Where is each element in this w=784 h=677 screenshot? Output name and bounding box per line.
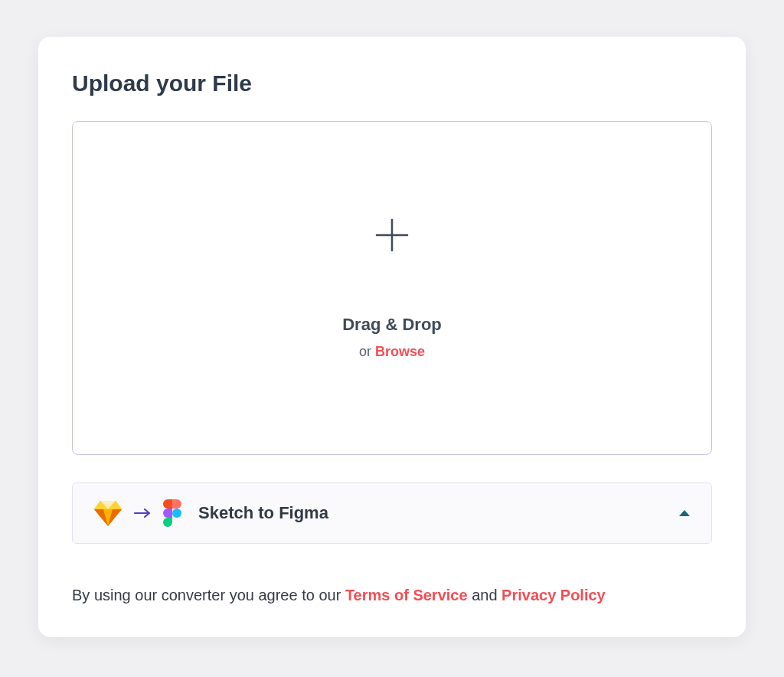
upload-card: Upload your File Drag & Drop or Browse <box>38 37 746 637</box>
plus-icon <box>374 217 410 253</box>
browse-link[interactable]: Browse <box>375 344 425 359</box>
agreement-prefix: By using our converter you agree to our <box>72 587 345 603</box>
svg-point-13 <box>172 509 181 518</box>
converter-selected-label: Sketch to Figma <box>198 503 328 523</box>
file-dropzone[interactable]: Drag & Drop or Browse <box>72 121 712 455</box>
converter-dropdown[interactable]: Sketch to Figma <box>72 482 712 544</box>
page-title: Upload your File <box>72 70 712 96</box>
agreement-middle: and <box>468 587 501 603</box>
privacy-policy-link[interactable]: Privacy Policy <box>501 587 606 603</box>
terms-of-service-link[interactable]: Terms of Service <box>345 587 468 603</box>
drag-drop-label: Drag & Drop <box>342 315 442 335</box>
dropdown-left: Sketch to Figma <box>94 499 328 527</box>
agreement-text: By using our converter you agree to our … <box>72 584 712 607</box>
or-label: or <box>359 344 375 359</box>
caret-up-icon <box>679 510 690 516</box>
sketch-icon <box>94 501 122 526</box>
arrow-right-icon <box>134 509 151 518</box>
figma-icon <box>163 499 181 527</box>
or-browse-text: or Browse <box>359 344 425 360</box>
